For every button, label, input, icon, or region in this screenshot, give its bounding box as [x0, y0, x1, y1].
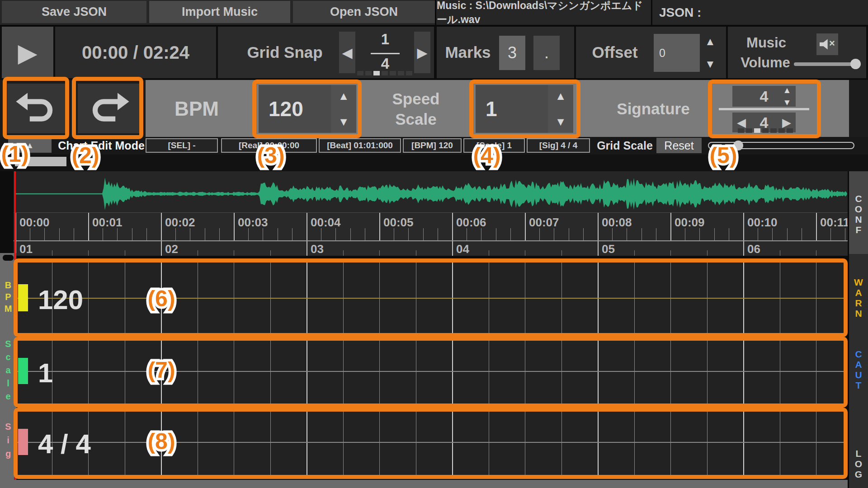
- snap-dot: [373, 71, 380, 75]
- bpm-label: BPM: [154, 80, 240, 138]
- status-box: [Sig] 4 / 4: [527, 138, 590, 153]
- sidebar-tab-conf[interactable]: O: [849, 204, 868, 215]
- annotation-number-5: (5)(5): [709, 144, 737, 167]
- measure-label: 04: [456, 242, 469, 256]
- music-volume-label-line1: Music: [737, 35, 796, 51]
- measure-label: 05: [602, 242, 615, 256]
- time-minor-tick: [699, 228, 700, 240]
- sidebar-tab-caut[interactable]: U: [849, 370, 868, 380]
- offset-input[interactable]: 0: [654, 34, 700, 72]
- waveform-area[interactable]: [14, 171, 849, 212]
- time-minor-tick: [117, 228, 118, 240]
- time-minor-tick: [539, 228, 540, 240]
- annotation-number-8: (8)(8): [147, 430, 175, 453]
- time-label: 00:00: [19, 216, 50, 230]
- time-minor-tick: [74, 228, 74, 240]
- time-label: 00:05: [383, 216, 414, 230]
- time-minor-tick: [394, 228, 394, 240]
- down-arrow-icon: ▼: [705, 58, 716, 70]
- annotation-box-5: [708, 80, 821, 138]
- time-minor-tick: [335, 228, 336, 240]
- time-label: 00:10: [747, 216, 778, 230]
- time-minor-tick: [481, 228, 481, 240]
- sidebar-tab-conf[interactable]: C: [849, 193, 868, 204]
- open-json-button[interactable]: Open JSON: [293, 1, 435, 23]
- json-path-label: JSON :: [659, 0, 795, 25]
- play-button[interactable]: ▶: [2, 27, 53, 78]
- left-arrow-icon: ◀: [342, 45, 352, 61]
- sidebar-tab-warn[interactable]: R: [849, 298, 868, 309]
- time-label: 00:07: [529, 216, 559, 230]
- sidebar-tab-warn[interactable]: A: [849, 287, 868, 298]
- beat-tick: [816, 250, 816, 256]
- sidebar-tab-caut[interactable]: C: [849, 349, 868, 360]
- time-label: 00:02: [165, 216, 195, 230]
- snap-dot: [390, 71, 396, 75]
- time-label: 00:08: [602, 216, 632, 230]
- time-minor-tick: [365, 228, 365, 240]
- time-minor-tick: [103, 228, 103, 240]
- sidebar-tab-log[interactable]: G: [849, 469, 868, 480]
- speed-scale-label-line1: Speed: [392, 89, 439, 109]
- beat-tick: [780, 250, 780, 256]
- snap-dot: [406, 71, 412, 75]
- marks-dot-button[interactable]: .: [533, 36, 560, 70]
- sidebar-tab-warn[interactable]: N: [849, 308, 868, 319]
- sidebar-tab-warn[interactable]: W: [849, 277, 868, 288]
- sidebar-tab-caut[interactable]: A: [849, 359, 868, 370]
- sidebar-tab-log[interactable]: O: [849, 459, 868, 469]
- beat-tick: [634, 250, 635, 256]
- grid-scale-reset-button[interactable]: Reset: [656, 138, 702, 153]
- time-minor-tick: [802, 228, 802, 240]
- mute-button[interactable]: ×: [816, 33, 838, 55]
- annotation-box-8: [14, 408, 848, 479]
- beat-tick: [561, 250, 562, 256]
- time-minor-tick: [496, 228, 496, 240]
- marks-count-button[interactable]: 3: [499, 36, 525, 70]
- time-ruler[interactable]: 00:0000:0100:0200:0300:0400:0500:0600:07…: [14, 212, 849, 240]
- time-minor-tick: [423, 228, 424, 240]
- grid-snap-increase-button[interactable]: ▶: [414, 32, 430, 73]
- waveform: [14, 171, 849, 212]
- offset-stepper[interactable]: ▲ ▼: [701, 35, 720, 70]
- time-minor-tick: [146, 228, 147, 240]
- music-volume-label-line2: Volume: [731, 55, 799, 70]
- measure-ruler[interactable]: 010203040506: [14, 240, 849, 256]
- time-major-tick: [88, 213, 89, 240]
- annotation-box-3: [252, 80, 362, 138]
- time-minor-tick: [132, 228, 132, 240]
- save-json-button[interactable]: Save JSON: [2, 1, 146, 23]
- playhead[interactable]: [14, 171, 16, 260]
- sidebar-tab-log[interactable]: L: [849, 448, 868, 459]
- music-volume-slider-knob[interactable]: [850, 59, 861, 69]
- time-minor-tick: [714, 228, 715, 240]
- music-path-label: Music : S:\Downloads\マシンガンポエムドール.wav: [437, 0, 650, 25]
- annotation-box-1: [3, 77, 69, 139]
- beat-tick: [670, 250, 671, 256]
- time-minor-tick: [656, 228, 656, 240]
- mute-x-icon: ×: [829, 38, 835, 49]
- sidebar-tab-conf[interactable]: F: [849, 225, 868, 235]
- time-label: 00:11: [820, 216, 849, 230]
- time-minor-tick: [59, 228, 60, 240]
- divider: [435, 0, 436, 25]
- sidebar-tab-conf[interactable]: N: [849, 214, 868, 225]
- divider: [651, 0, 652, 25]
- marks-label: Marks: [439, 27, 497, 78]
- signature-label: Signature: [583, 80, 723, 138]
- grid-snap-decrease-button[interactable]: ◀: [339, 32, 355, 73]
- time-major-tick: [598, 213, 599, 240]
- sidebar-tab-caut[interactable]: T: [849, 380, 868, 391]
- time-minor-tick: [438, 228, 438, 240]
- time-minor-tick: [408, 228, 409, 240]
- grid-snap-numerator: 1: [369, 30, 401, 49]
- up-arrow-icon: ▲: [705, 35, 716, 48]
- annotation-box-7: [14, 337, 848, 408]
- annotation-box-2: [72, 77, 143, 139]
- time-minor-tick: [190, 228, 190, 240]
- gutter-handle[interactable]: [3, 255, 14, 261]
- import-music-button[interactable]: Import Music: [149, 1, 290, 23]
- time-minor-tick: [278, 228, 278, 240]
- beat-tick: [270, 250, 271, 256]
- beat-tick: [88, 250, 89, 256]
